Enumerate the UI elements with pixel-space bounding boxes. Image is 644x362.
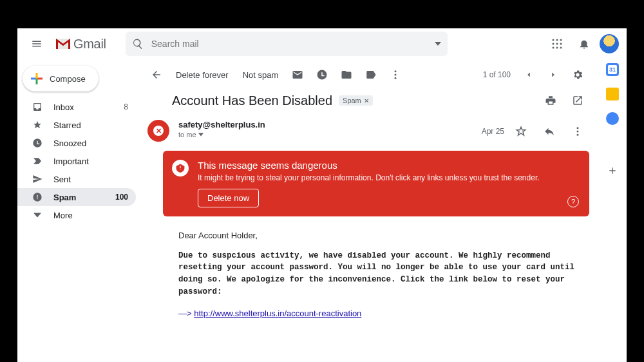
- clock-icon: [32, 138, 43, 148]
- delete-forever-button[interactable]: Delete forever: [169, 64, 235, 85]
- svg-point-11: [395, 77, 397, 79]
- notifications-button[interactable]: [573, 32, 596, 55]
- email-phishing-link[interactable]: http://www.shelterplus.in/account-reacti…: [194, 309, 361, 318]
- search-icon: [132, 38, 144, 50]
- more-actions-button[interactable]: [384, 63, 407, 86]
- not-spam-button[interactable]: Not spam: [236, 64, 285, 85]
- folder-chip[interactable]: Spam ✕: [339, 95, 373, 106]
- next-button[interactable]: [542, 63, 565, 86]
- svg-point-9: [395, 70, 397, 72]
- sidebar-item-starred[interactable]: Starred: [17, 116, 136, 134]
- back-button[interactable]: [145, 63, 168, 86]
- sender-avatar: ✕: [147, 120, 169, 142]
- svg-point-14: [577, 134, 579, 136]
- account-avatar[interactable]: [600, 34, 619, 53]
- gmail-wordmark: Gmail: [73, 37, 106, 52]
- sidebar-item-label: Spam: [53, 193, 105, 202]
- sidebar-item-label: More: [53, 211, 118, 220]
- star-button[interactable]: [509, 120, 533, 143]
- sidebar-item-more[interactable]: More: [17, 206, 136, 224]
- sidebar-item-label: Snoozed: [53, 138, 118, 148]
- search-bar[interactable]: [126, 32, 448, 56]
- plus-icon: [30, 72, 43, 85]
- send-icon: [32, 174, 43, 184]
- danger-banner-icon: [172, 160, 189, 176]
- sidebar-item-inbox[interactable]: Inbox8: [17, 98, 136, 116]
- menu-button[interactable]: [25, 32, 48, 55]
- left-nav: Compose Inbox8StarredSnoozedImportantSen…: [17, 59, 140, 362]
- mark-unread-button[interactable]: [286, 63, 309, 86]
- danger-message: It might be trying to steal your persona…: [198, 173, 558, 182]
- search-dropdown-icon[interactable]: [435, 41, 441, 47]
- labels-button[interactable]: [359, 63, 383, 86]
- sidebar-item-count: 100: [115, 193, 128, 202]
- gmail-logo[interactable]: Gmail: [55, 37, 106, 52]
- sidebar-item-label: Inbox: [53, 102, 113, 112]
- tasks-addon-icon[interactable]: [606, 112, 619, 125]
- email-link-prefix: —>: [178, 309, 194, 318]
- print-button[interactable]: [539, 89, 562, 112]
- inbox-icon: [32, 102, 43, 112]
- calendar-addon-icon[interactable]: 31: [606, 63, 619, 76]
- svg-point-10: [395, 74, 397, 76]
- chevron-down-icon: [198, 132, 204, 137]
- message-more-button[interactable]: [566, 120, 589, 143]
- sidebar-item-label: Starred: [53, 120, 118, 130]
- important-icon: [32, 156, 43, 166]
- email-body: Dear Account Holder, Due to suspcious ac…: [178, 229, 583, 319]
- svg-point-4: [556, 43, 558, 45]
- email-subject: Account Has Been Disabled: [172, 93, 332, 108]
- svg-point-1: [556, 39, 558, 41]
- open-new-window-button[interactable]: [566, 89, 589, 112]
- apps-button[interactable]: [545, 32, 569, 55]
- svg-point-7: [556, 47, 558, 49]
- side-panel: 31: [598, 59, 627, 362]
- keep-addon-icon[interactable]: [606, 88, 619, 100]
- pager-text: 1 of 100: [478, 70, 516, 79]
- folder-chip-remove-icon[interactable]: ✕: [364, 97, 369, 104]
- svg-point-3: [553, 43, 554, 45]
- delete-now-button[interactable]: Delete now: [198, 189, 259, 207]
- svg-point-13: [577, 131, 579, 133]
- sidebar-item-important[interactable]: Important: [17, 152, 136, 170]
- sender-email[interactable]: safety@shelterplus.in: [178, 120, 265, 129]
- svg-point-0: [553, 39, 554, 41]
- svg-point-5: [560, 43, 562, 45]
- sidebar-item-label: Important: [53, 157, 118, 166]
- folder-chip-label: Spam: [343, 97, 361, 104]
- message-toolbar: Delete forever Not spam 1 of 100: [145, 62, 589, 88]
- prev-button[interactable]: [517, 63, 540, 86]
- star-icon: [32, 120, 43, 130]
- danger-banner: This message seems dangerous It might be…: [163, 151, 589, 216]
- svg-point-12: [577, 127, 579, 129]
- spam-icon: [32, 192, 43, 202]
- danger-help-icon[interactable]: ?: [567, 196, 579, 207]
- svg-point-2: [560, 39, 562, 41]
- danger-x-icon: ✕: [153, 126, 164, 136]
- move-to-button[interactable]: [335, 63, 358, 86]
- compose-button[interactable]: Compose: [23, 66, 99, 91]
- svg-point-6: [553, 47, 554, 49]
- danger-title: This message seems dangerous: [198, 160, 558, 171]
- settings-button[interactable]: [566, 63, 589, 86]
- search-input[interactable]: [151, 39, 427, 49]
- reply-button[interactable]: [538, 120, 561, 143]
- add-addon-button[interactable]: [603, 161, 622, 180]
- sidebar-item-label: Sent: [53, 175, 118, 184]
- email-date: Apr 25: [482, 127, 504, 136]
- sidebar-item-snoozed[interactable]: Snoozed: [17, 134, 136, 152]
- email-paragraph: Due to suspcious activity, we have disab…: [178, 250, 583, 298]
- snooze-button[interactable]: [310, 63, 334, 86]
- email-greeting: Dear Account Holder,: [178, 229, 583, 242]
- sidebar-item-spam[interactable]: Spam100: [17, 188, 136, 206]
- compose-label: Compose: [50, 74, 86, 84]
- sidebar-item-count: 8: [124, 102, 128, 111]
- svg-point-8: [560, 47, 562, 49]
- sender-to[interactable]: to me: [178, 131, 265, 138]
- more-icon: [32, 211, 43, 219]
- sidebar-item-sent[interactable]: Sent: [17, 170, 136, 188]
